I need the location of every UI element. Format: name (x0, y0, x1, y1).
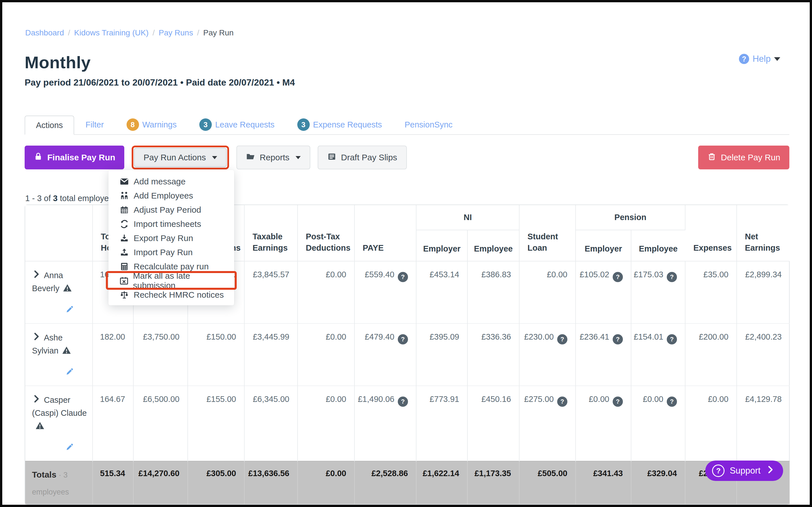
value-cell: £6,500.00 (133, 386, 188, 461)
question-badge-icon[interactable]: ? (613, 272, 623, 282)
help-icon: ? (739, 54, 749, 64)
tab-label: PensionSync (404, 120, 452, 129)
menu-item-import-timesheets[interactable]: Import timesheets (109, 217, 234, 231)
expand-row-icon[interactable] (32, 332, 41, 345)
tab-pensionsync[interactable]: PensionSync (393, 115, 464, 134)
value-cell: £1,490.06? (355, 386, 416, 461)
question-icon: ? (712, 464, 725, 477)
warning-icon[interactable] (62, 346, 71, 358)
leave-requests-count-badge: 3 (199, 118, 212, 131)
tab-expense-requests[interactable]: 3Expense Requests (286, 115, 393, 134)
menu-item-recheck-hmrc-notices[interactable]: Recheck HMRC notices (109, 288, 234, 302)
expand-row-icon[interactable] (32, 394, 41, 407)
column-header-student-loan: Student Loan (519, 205, 576, 261)
totals-value-cell: £329.04 (631, 461, 685, 504)
annotation-highlight-box: Pay Run Actions (132, 146, 229, 169)
page-title: Monthly (25, 53, 295, 72)
menu-item-label: Mark all as late submission (133, 271, 229, 290)
tab-label: Warnings (142, 120, 177, 129)
pencil-icon[interactable] (65, 369, 74, 378)
column-header-ni-employer: Employer (416, 230, 467, 261)
question-badge-icon[interactable]: ? (613, 397, 623, 407)
value-cell: £150.00 (188, 324, 244, 386)
pay-period-subtitle: Pay period 21/06/2021 to 20/07/2021 • Pa… (25, 77, 295, 88)
menu-item-add-employees[interactable]: Add Employees (109, 189, 234, 203)
warning-icon[interactable] (36, 421, 45, 434)
breadcrumb-separator: / (68, 28, 70, 37)
question-badge-icon[interactable]: ? (398, 397, 408, 407)
value-cell: £154.01? (631, 324, 685, 386)
question-badge-icon[interactable]: ? (398, 334, 408, 344)
expand-row-icon[interactable] (32, 269, 41, 282)
expense-requests-count-badge: 3 (297, 118, 310, 131)
sync-icon (119, 220, 129, 229)
reports-label: Reports (260, 153, 289, 162)
column-group-ni: NI (416, 205, 519, 230)
people-icon (119, 191, 129, 200)
lock-icon (34, 152, 43, 163)
warning-icon[interactable] (63, 283, 72, 296)
tab-leave-requests[interactable]: 3Leave Requests (188, 115, 286, 134)
value-cell: £3,845.57 (244, 261, 298, 324)
breadcrumb-item-dashboard[interactable]: Dashboard (25, 28, 64, 37)
upload-icon (119, 248, 129, 257)
support-button[interactable]: ? Support (705, 460, 783, 481)
menu-item-export-pay-run[interactable]: Export Pay Run (109, 231, 234, 245)
pencil-icon[interactable] (65, 306, 74, 316)
value-cell: £559.40? (355, 261, 416, 324)
breadcrumb-item-kidows-training-uk-[interactable]: Kidows Training (UK) (74, 28, 149, 37)
reports-button[interactable]: Reports (236, 146, 310, 169)
menu-item-import-pay-run[interactable]: Import Pay Run (109, 245, 234, 260)
value-cell: £0.00? (576, 386, 631, 461)
menu-item-label: Import Pay Run (134, 247, 192, 257)
value-cell: £479.40? (355, 324, 416, 386)
question-badge-icon[interactable]: ? (613, 334, 623, 344)
menu-item-label: Add Employees (134, 191, 193, 201)
question-badge-icon[interactable]: ? (667, 272, 677, 282)
pay-run-actions-button[interactable]: Pay Run Actions (134, 148, 227, 167)
value-cell: £336.36 (467, 324, 519, 386)
tab-actions[interactable]: Actions (25, 116, 74, 135)
value-cell: 164.67 (92, 386, 133, 461)
totals-value-cell: £341.43 (576, 461, 631, 504)
value-cell: £0.00 (298, 324, 355, 386)
table-row: Ashe Sylvian182.00£3,750.00£150.00£3,445… (25, 324, 790, 386)
finalise-pay-run-button[interactable]: Finalise Pay Run (25, 146, 124, 169)
menu-item-label: Export Pay Run (134, 233, 193, 243)
question-badge-icon[interactable]: ? (557, 397, 567, 407)
pencil-icon[interactable] (65, 444, 74, 453)
menu-item-mark-all-as-late-submission[interactable]: Mark all as late submission (109, 274, 234, 288)
value-cell: £4,129.78 (737, 386, 790, 461)
table-row: Casper (Caspi) Claude164.67£6,500.00£155… (25, 386, 790, 461)
delete-pay-run-button[interactable]: Delete Pay Run (698, 146, 789, 169)
question-badge-icon[interactable]: ? (667, 334, 677, 344)
column-header-taxable-earnings: Taxable Earnings (244, 205, 298, 261)
breadcrumb-item-pay-runs[interactable]: Pay Runs (159, 28, 193, 37)
value-cell: £0.00 (298, 261, 355, 324)
question-badge-icon[interactable]: ? (398, 272, 408, 282)
trash-icon (707, 152, 716, 163)
value-cell: £105.02? (576, 261, 631, 324)
calculator-icon (119, 262, 129, 271)
question-badge-icon[interactable]: ? (667, 397, 677, 407)
calendar-icon (119, 205, 129, 214)
draft-pay-slips-button[interactable]: Draft Pay Slips (318, 146, 407, 169)
employee-count-summary: 1 - 3 of 3 total employees (25, 194, 118, 203)
totals-value-cell: £14,270.60 (133, 461, 188, 504)
tab-filter[interactable]: Filter (74, 115, 115, 134)
menu-item-label: Recheck HMRC notices (134, 290, 224, 300)
menu-item-add-message[interactable]: Add message (109, 174, 234, 189)
totals-label-cell: Totals · 3employees (25, 461, 92, 504)
menu-item-label: Add message (134, 177, 185, 186)
value-cell: £453.14 (416, 261, 467, 324)
tab-label: Actions (36, 121, 63, 130)
tab-warnings[interactable]: 8Warnings (115, 115, 188, 134)
tab-bar: ActionsFilter8Warnings3Leave Requests3Ex… (25, 115, 789, 135)
help-menu[interactable]: ? Help (739, 54, 780, 64)
download-icon (119, 234, 129, 243)
breadcrumb-item-pay-run: Pay Run (203, 28, 234, 37)
totals-value-cell: £1,622.14 (416, 461, 467, 504)
menu-item-adjust-pay-period[interactable]: Adjust Pay Period (109, 203, 234, 217)
question-badge-icon[interactable]: ? (557, 334, 567, 344)
value-cell: £0.00 (519, 261, 576, 324)
